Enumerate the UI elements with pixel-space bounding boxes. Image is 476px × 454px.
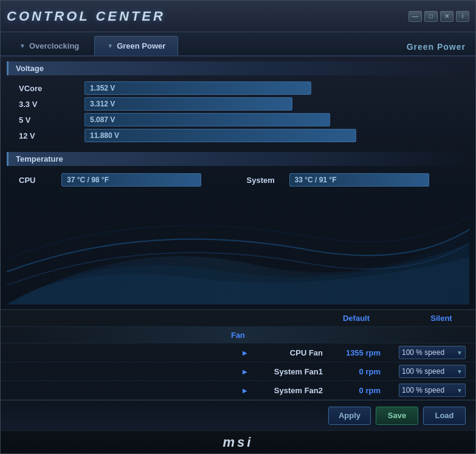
maximize-button[interactable]: □	[424, 11, 438, 22]
info-button[interactable]: i	[456, 11, 469, 22]
cpu-temp-value: 37 °C / 98 °F	[67, 176, 109, 184]
system-temp-value: 33 °C / 91 °F	[295, 176, 337, 184]
system-temp-item: System 33 °C / 91 °F	[247, 173, 463, 187]
fan-speed-arrow-2: ▼	[457, 387, 463, 394]
tab-label-green-power: Green Power	[117, 41, 165, 50]
fan-title-row: Fan	[1, 327, 475, 343]
v5-bar-container: 5.087 V	[85, 113, 462, 126]
tab-arrow-overclocking: ▼	[19, 43, 26, 49]
main-content: Voltage VCore 1.352 V 3.3 V 3.312 V 5 V	[1, 57, 475, 309]
msi-logo: msi	[223, 435, 254, 450]
fan-rpm-1: 0 rpm	[341, 367, 381, 376]
fan-arrow-1: ▶	[243, 368, 247, 375]
fan-speed-value-2: 100 % speed	[402, 386, 444, 394]
fan-speed-value-1: 100 % speed	[402, 367, 444, 376]
v33-label: 3.3 V	[19, 97, 80, 111]
fan-col-silent: Silent	[417, 314, 466, 323]
fan-col-default: Default	[332, 314, 381, 323]
load-button[interactable]: Load	[423, 407, 466, 425]
section-right-label: Green Power	[407, 42, 466, 52]
voltage-grid: VCore 1.352 V 3.3 V 3.312 V 5 V 5.087 V	[7, 79, 469, 147]
v33-bar-container: 3.312 V	[85, 97, 462, 111]
cpu-temp-label: CPU	[19, 176, 55, 185]
vcore-bar: 1.352 V	[85, 81, 311, 95]
fan-rpm-2: 0 rpm	[341, 386, 381, 395]
vcore-value: 1.352 V	[90, 84, 115, 92]
close-button[interactable]: ✕	[440, 11, 454, 22]
minimize-button[interactable]: —	[409, 11, 422, 22]
v12-value: 11.880 V	[90, 131, 119, 140]
fan-name-2: System Fan2	[268, 386, 323, 395]
fan-section: Default Silent Fan ▶ CPU Fan 1355 rpm 10…	[1, 309, 475, 400]
save-button[interactable]: Save	[376, 407, 418, 425]
tab-overclocking[interactable]: ▼ Overclocking	[7, 36, 92, 55]
tab-arrow-green-power: ▼	[107, 43, 113, 49]
fan-col-headers: Default Silent	[1, 310, 475, 327]
temperature-row: CPU 37 °C / 98 °F System 33 °C / 91 °F	[7, 170, 469, 191]
tab-green-power[interactable]: ▼ Green Power	[94, 36, 178, 55]
fan-speed-value-0: 100 % speed	[402, 348, 444, 357]
cpu-temp-item: CPU 37 °C / 98 °F	[19, 173, 235, 187]
fan-name-1: System Fan1	[268, 367, 323, 376]
fan-row-1: ▶ System Fan1 0 rpm 100 % speed ▼	[1, 362, 475, 381]
v5-bar: 5.087 V	[85, 113, 330, 126]
temperature-header: Temperature	[7, 152, 469, 166]
vcore-bar-container: 1.352 V	[85, 81, 462, 95]
fan-row-0: ▶ CPU Fan 1355 rpm 100 % speed ▼	[1, 343, 475, 362]
title-bar: Control Center — □ ✕ i	[1, 1, 475, 32]
tab-label-overclocking: Overclocking	[29, 41, 79, 50]
system-temp-label: System	[247, 176, 283, 185]
v12-label: 12 V	[19, 129, 80, 142]
v33-bar: 3.312 V	[85, 97, 292, 111]
v5-value: 5.087 V	[90, 115, 115, 124]
fan-arrow-2: ▶	[243, 387, 247, 394]
v5-label: 5 V	[19, 113, 80, 126]
v12-bar-container: 11.880 V	[85, 129, 462, 142]
fan-title: Fan	[231, 331, 245, 340]
fan-rpm-0: 1355 rpm	[341, 348, 381, 357]
window-controls: — □ ✕ i	[409, 11, 469, 22]
fan-speed-select-1[interactable]: 100 % speed ▼	[399, 365, 466, 378]
v33-value: 3.312 V	[90, 100, 115, 108]
tabs-bar: ▼ Overclocking ▼ Green Power Green Power	[1, 32, 475, 57]
fan-speed-arrow-1: ▼	[457, 368, 463, 375]
wave-decoration	[7, 196, 469, 304]
voltage-section: Voltage VCore 1.352 V 3.3 V 3.312 V 5 V	[7, 61, 469, 147]
system-temp-bar: 33 °C / 91 °F	[289, 173, 429, 187]
temperature-section: Temperature CPU 37 °C / 98 °F System 33 …	[7, 152, 469, 191]
fan-speed-select-2[interactable]: 100 % speed ▼	[399, 383, 466, 397]
fan-row-2: ▶ System Fan2 0 rpm 100 % speed ▼	[1, 381, 475, 400]
v12-bar: 11.880 V	[85, 129, 356, 142]
fan-speed-select-0[interactable]: 100 % speed ▼	[399, 346, 466, 359]
app-title: Control Center	[7, 9, 165, 24]
cpu-temp-bar: 37 °C / 98 °F	[61, 173, 201, 187]
fan-name-0: CPU Fan	[268, 348, 323, 357]
apply-button[interactable]: Apply	[328, 407, 371, 425]
voltage-header: Voltage	[7, 61, 469, 75]
fan-arrow-0: ▶	[243, 349, 247, 356]
bottom-bar: Apply Save Load	[1, 400, 475, 430]
fan-speed-arrow-0: ▼	[457, 349, 463, 356]
app-window: Control Center — □ ✕ i ▼ Overclocking ▼ …	[0, 0, 476, 454]
vcore-label: VCore	[19, 81, 80, 95]
msi-logo-bar: msi	[1, 430, 475, 453]
